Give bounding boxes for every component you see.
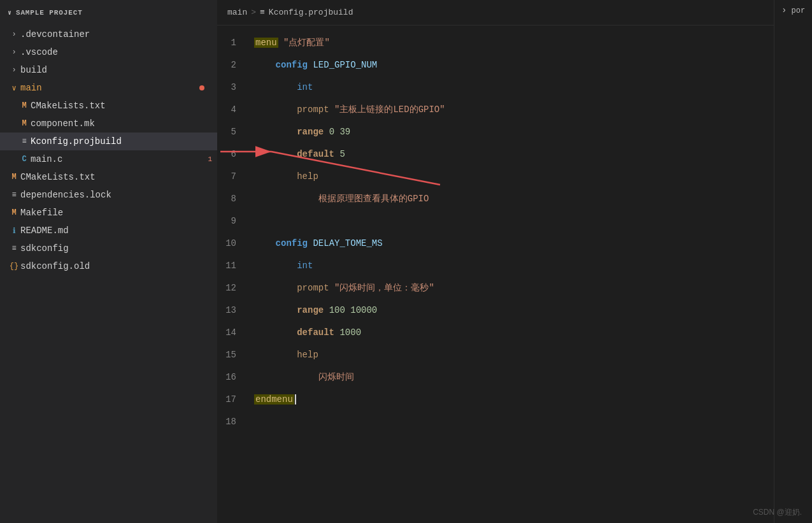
sidebar-item-readme[interactable]: ℹREADME.md	[0, 222, 217, 240]
token	[278, 38, 283, 48]
token	[329, 283, 334, 293]
sidebar-item-kconfig[interactable]: ≡Kconfig.projbuild	[0, 133, 217, 150]
code-line-3: 3 int	[217, 75, 774, 97]
token: 闪烁时间	[254, 372, 354, 382]
file-icon-build: ›	[8, 66, 20, 75]
line-content-2[interactable]: config LED_GPIO_NUM	[249, 58, 377, 70]
code-line-14: 14 default 1000	[217, 320, 774, 343]
sidebar-chevron-icon: ∨	[8, 9, 12, 17]
breadcrumb-filename: Kconfig.projbuild	[269, 8, 353, 17]
token: LED_GPIO_NUM	[313, 60, 377, 70]
line-number-11: 11	[217, 259, 249, 271]
token: 39	[339, 127, 350, 137]
line-content-7[interactable]: help	[249, 169, 318, 182]
line-content-1[interactable]: menu "点灯配置"	[249, 35, 330, 48]
line-content-4[interactable]: prompt "主板上链接的LED的GPIO"	[249, 102, 445, 115]
line-content-15[interactable]: help	[249, 348, 318, 360]
line-content-5[interactable]: range 0 39	[249, 125, 350, 137]
sidebar-label-kconfig: Kconfig.projbuild	[31, 136, 217, 147]
code-line-12: 12 prompt "闪烁时间，单位：毫秒"	[217, 276, 774, 298]
panel-button[interactable]: › por	[776, 3, 810, 18]
editor-area: main > ≡ Kconfig.projbuild 1menu	[217, 0, 774, 523]
file-icon-sdkconfig-old: {}	[8, 262, 20, 271]
line-number-18: 18	[217, 415, 249, 427]
line-number-12: 12	[217, 281, 249, 293]
breadcrumb-sep: >	[251, 8, 256, 17]
code-line-18: 18	[217, 410, 774, 432]
file-icon-kconfig: ≡	[18, 137, 31, 146]
sidebar-item-component-mk[interactable]: Mcomponent.mk	[0, 115, 217, 133]
code-line-11: 11 int	[217, 254, 774, 276]
chevron-right-panel-icon: ›	[781, 5, 787, 15]
line-content-18[interactable]	[249, 420, 254, 422]
line-content-3[interactable]: int	[249, 80, 313, 92]
token: default	[254, 327, 334, 338]
watermark: CSDN @迎奶.	[753, 507, 802, 518]
line-content-12[interactable]: prompt "闪烁时间，单位：毫秒"	[249, 280, 434, 294]
sidebar-item-cmakelists-root[interactable]: MCMakeLists.txt	[0, 168, 217, 186]
line-content-16[interactable]: 闪烁时间	[249, 369, 354, 383]
sidebar-item-build[interactable]: ›build	[0, 61, 217, 79]
token	[329, 104, 334, 115]
token: range	[254, 305, 324, 315]
right-panel: › por	[774, 0, 812, 523]
code-line-15: 15 help	[217, 343, 774, 365]
file-icon-devcontainer: ›	[8, 30, 20, 39]
sidebar-item-sdkconfig-old[interactable]: {}sdkconfig.old	[0, 257, 217, 275]
line-content-6[interactable]: default 5	[249, 147, 345, 159]
line-number-2: 2	[217, 58, 249, 70]
sidebar-item-makefile[interactable]: MMakefile	[0, 204, 217, 222]
line-content-17[interactable]: endmenu	[249, 392, 296, 405]
cursor	[295, 394, 296, 405]
line-content-9[interactable]	[249, 219, 254, 221]
line-number-4: 4	[217, 103, 249, 115]
token	[324, 305, 329, 315]
line-number-6: 6	[217, 147, 249, 159]
line-number-5: 5	[217, 125, 249, 137]
sidebar-label-cmakelists-root: CMakeLists.txt	[20, 172, 217, 182]
sidebar-item-vscode[interactable]: ›.vscode	[0, 43, 217, 61]
sidebar-label-makefile: Makefile	[20, 208, 217, 218]
sidebar-item-sdkconfig[interactable]: ≡sdkconfig	[0, 240, 217, 257]
token: DELAY_TOME_MS	[313, 238, 382, 248]
line-content-10[interactable]: config DELAY_TOME_MS	[249, 236, 383, 248]
file-icon-main: ∨	[8, 83, 20, 93]
token: 0	[329, 127, 334, 137]
sidebar-label-vscode: .vscode	[20, 47, 217, 57]
code-line-4: 4 prompt "主板上链接的LED的GPIO"	[217, 97, 774, 120]
sidebar-item-cmakelists-main[interactable]: MCMakeLists.txt	[0, 97, 217, 115]
sidebar-item-devcontainer[interactable]: ›.devcontainer	[0, 25, 217, 43]
line-content-14[interactable]: default 1000	[249, 326, 361, 338]
file-icon-makefile: M	[8, 208, 20, 217]
line-number-16: 16	[217, 370, 249, 382]
token: help	[254, 171, 318, 182]
sidebar-item-main[interactable]: ∨main	[0, 79, 217, 97]
panel-label: por	[792, 6, 806, 15]
line-number-15: 15	[217, 348, 249, 360]
code-line-2: 2 config LED_GPIO_NUM	[217, 53, 774, 75]
token: config	[254, 238, 308, 248]
token: int	[254, 82, 313, 92]
token: prompt	[254, 283, 329, 293]
line-number-8: 8	[217, 192, 249, 204]
token	[345, 305, 350, 315]
sidebar-label-main: main	[20, 83, 217, 93]
file-icon-main-c: C	[18, 155, 31, 164]
line-content-11[interactable]: int	[249, 259, 313, 271]
code-line-10: 10 config DELAY_TOME_MS	[217, 231, 774, 254]
editor-content[interactable]: 1menu "点灯配置"2 config LED_GPIO_NUM3 int4 …	[217, 25, 774, 523]
token: "主板上链接的LED的GPIO"	[334, 104, 445, 115]
code-line-1: 1menu "点灯配置"	[217, 31, 774, 53]
line-content-8[interactable]: 根据原理图查看具体的GPIO	[249, 191, 429, 204]
breadcrumb-file-icon: ≡	[260, 8, 265, 17]
sidebar-title: ∨ SAMPLE PROJECT	[0, 0, 217, 25]
sidebar-project-name: SAMPLE PROJECT	[16, 9, 83, 17]
token: 1000	[339, 327, 361, 338]
sidebar-item-main-c[interactable]: Cmain.c1	[0, 150, 217, 168]
sidebar-item-dependencies[interactable]: ≡dependencies.lock	[0, 186, 217, 204]
code-line-9: 9	[217, 209, 774, 231]
file-icon-dependencies: ≡	[8, 190, 20, 199]
line-number-7: 7	[217, 169, 249, 182]
token: 根据原理图查看具体的GPIO	[254, 194, 429, 204]
line-content-13[interactable]: range 100 10000	[249, 303, 377, 315]
